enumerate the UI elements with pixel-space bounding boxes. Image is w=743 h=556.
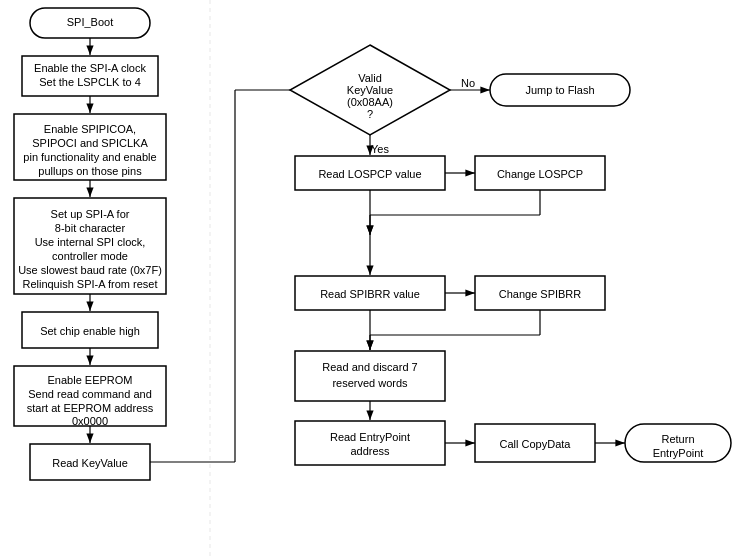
read-discard-label1: Read and discard 7	[322, 361, 417, 373]
read-entrypoint-label1: Read EntryPoint	[330, 431, 410, 443]
baud-rate-label: Use slowest baud rate (0x7F)	[18, 264, 162, 276]
eight-bit-label: 8-bit character	[55, 222, 126, 234]
enable-spipicoa-label: Enable SPIPICOA,	[44, 123, 136, 135]
valid-keyvalue-label3: (0x08AA)	[347, 96, 393, 108]
valid-keyvalue-label1: Valid	[358, 72, 382, 84]
spipoci-label: SPIPOCI and SPICLKA	[32, 137, 148, 149]
internal-clock-label: Use internal SPI clock,	[35, 236, 146, 248]
yes-label: Yes	[371, 143, 389, 155]
chip-enable-label: Set chip enable high	[40, 325, 140, 337]
read-entrypoint-label2: address	[350, 445, 390, 457]
pullups-label: pullups on those pins	[38, 165, 142, 177]
enable-eeprom-label: Enable EEPROM	[48, 374, 133, 386]
relinquish-label: Relinquish SPI-A from reset	[22, 278, 157, 290]
read-lospcp-label: Read LOSPCP value	[318, 168, 421, 180]
set-lspclk-label: Set the LSPCLK to 4	[39, 76, 141, 88]
change-spibrr-label: Change SPIBRR	[499, 288, 582, 300]
send-read-label: Send read command and	[28, 388, 152, 400]
no-label: No	[461, 77, 475, 89]
return-entrypoint-label1: Return	[661, 433, 694, 445]
controller-mode-label: controller mode	[52, 250, 128, 262]
addr-value-label: 0x0000	[72, 415, 108, 427]
read-discard-label2: reserved words	[332, 377, 408, 389]
read-keyvalue-label: Read KeyValue	[52, 457, 128, 469]
valid-keyvalue-label4: ?	[367, 108, 373, 120]
enable-clock-label: Enable the SPI-A clock	[34, 62, 146, 74]
read-spibrr-label: Read SPIBRR value	[320, 288, 420, 300]
spi-boot-label: SPI_Boot	[67, 16, 113, 28]
svg-rect-38	[295, 421, 445, 465]
jump-to-flash-label: Jump to Flash	[525, 84, 594, 96]
return-entrypoint-label2: EntryPoint	[653, 447, 704, 459]
start-addr-label: start at EEPROM address	[27, 402, 154, 414]
flowchart-diagram: SPI_Boot Enable the SPI-A clock Set the …	[0, 0, 743, 556]
valid-keyvalue-label2: KeyValue	[347, 84, 393, 96]
pin-func-label: pin functionality and enable	[23, 151, 156, 163]
call-copydata-label: Call CopyData	[500, 438, 572, 450]
change-lospcp-label: Change LOSPCP	[497, 168, 583, 180]
setup-spi-label: Set up SPI-A for	[51, 208, 130, 220]
